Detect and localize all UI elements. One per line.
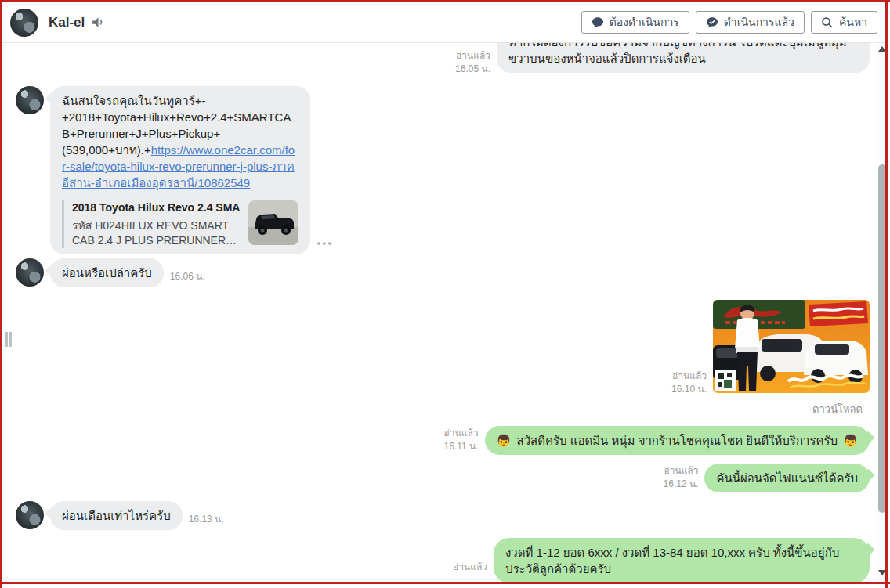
timestamp: 16.13 น. [189,511,224,530]
message-bubble: ฉันสนใจรถคุณในวันทูคาร์+-+2018+Toyota+Hi… [50,86,310,254]
car-dealership-ad-image[interactable] [713,300,870,393]
message-row: อ่านแล้ว 16.10 น. [0,300,870,393]
read-label: อ่านแล้ว [453,561,487,574]
emoji-boy: 👦 [843,434,858,447]
button-label: ดำเนินการแล้ว [724,16,794,29]
message-row: อ่านแล้ว งวดที่ 1-12 ยอด 6xxx / งวดที่ 1… [0,538,870,583]
message-row: ผ่อนเดือนเท่าไหร่ครับ 16.13 น. [16,501,224,530]
message-meta: อ่านแล้ว 16.11 น. [444,427,479,455]
message-meta: อ่านแล้ว 16.10 น. [671,370,707,398]
message-bubble: ผ่อนหรือเปล่าครับ [50,258,164,287]
avatar [16,258,44,287]
frame-border-right [885,0,888,588]
read-label: อ่านแล้ว [456,49,490,63]
needs-action-filter-button[interactable]: ต้องดำเนินการ [581,11,689,34]
chat-header: Kal-el ต้องดำเนินการ ดำเนินการแล้ว [2,2,885,43]
message-row: ฉันสนใจรถคุณในวันทูคาร์+-+2018+Toyota+Hi… [16,86,310,254]
header-actions: ต้องดำเนินการ ดำเนินการแล้ว ค้นหา [581,11,877,34]
chat-bubble-icon [592,16,604,29]
avatar [16,501,44,529]
link-preview-title: 2018 Toyota Hilux Revo 2.4 SMA… [72,200,241,215]
button-label: ค้นหา [839,16,867,29]
speaker-icon[interactable] [92,16,105,28]
contact-name: Kal-el [49,15,85,31]
read-label: อ่านแล้ว [672,370,707,383]
truck-thumbnail-image [248,200,298,245]
chat-bubble-check-icon [706,16,718,29]
message-row: อ่านแล้ว 16.11 น. 👦 สวัสดีครับ แอดมิน หน… [0,426,870,455]
message-bubble: งวดที่ 1-12 ยอด 6xxx / งวดที่ 13-84 ยอด … [494,538,870,583]
timestamp: 16.11 น. [444,440,479,453]
emoji-boy: 👦 [497,434,512,447]
avatar [16,86,44,114]
message-row: อ่านแล้ว 16.12 น. คันนี้ผ่อนจัดไฟแนนซ์ได… [0,464,870,492]
message-meta: อ่านแล้ว [453,561,487,583]
message-bubble: คันนี้ผ่อนจัดไฟแนนซ์ได้ครับ [704,464,870,492]
timestamp: 16.06 น. [170,269,205,287]
button-label: ต้องดำเนินการ [610,16,679,29]
search-button[interactable]: ค้นหา [811,11,877,34]
message-bubble: 👦 สวัสดีครับ แอดมิน หนุ่ม จากร้านโชคคุณโ… [485,426,870,455]
link-preview-description: รหัส H024HILUX REVO SMART CAB 2.4 J PLUS… [72,218,241,248]
message-text: สวัสดีครับ แอดมิน หนุ่ม จากร้านโชคคุณโชค… [516,434,838,447]
link-preview-card[interactable]: 2018 Toyota Hilux Revo 2.4 SMA… รหัส H02… [62,200,298,248]
message-meta: อ่านแล้ว 16.12 น. [664,464,699,492]
frame-border-bottom [0,582,890,584]
more-options-icon[interactable] [317,242,331,245]
frame-border-top [0,0,890,2]
message-row: ผ่อนหรือเปล่าครับ 16.06 น. [16,258,205,287]
resize-handle[interactable] [5,332,12,347]
contact-avatar[interactable] [10,9,38,37]
download-link[interactable]: ดาวน์โหลด [812,401,863,417]
timestamp: 16.12 น. [664,478,699,491]
timestamp: 16.10 น. [671,383,707,396]
done-filter-button[interactable]: ดำเนินการแล้ว [696,11,805,34]
timestamp: 16.05 น. [455,63,490,76]
message-bubble: ผ่อนเดือนเท่าไหร่ครับ [50,501,183,530]
chat-window: อ่านแล้ว 16.05 น. หากไม่ต้องการรับข้อควา… [0,0,890,588]
search-icon [821,16,834,29]
link-preview-thumbnail [248,200,298,245]
message-meta: อ่านแล้ว 16.05 น. [455,49,490,78]
read-label: อ่านแล้ว [444,427,479,440]
read-label: อ่านแล้ว [664,464,698,478]
frame-border-left [0,0,2,588]
